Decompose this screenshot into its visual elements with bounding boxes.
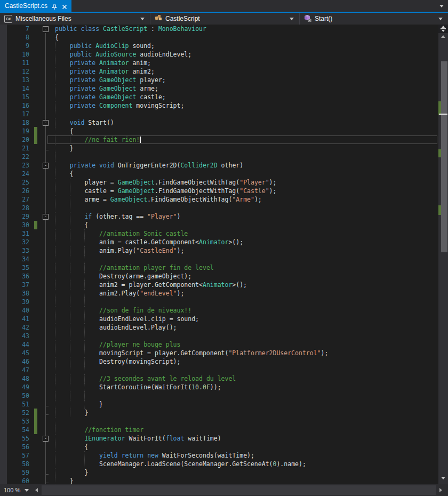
document-tab[interactable]: CastleScript.cs [0,0,71,12]
code-line-32[interactable]: 32 anim = castle.GetComponent<Animator>(… [0,238,438,246]
code-line-29[interactable]: 29- if (other.tag == "Player") [0,212,438,221]
outline-margin-line [45,246,46,255]
vertical-scrollbar[interactable] [438,25,448,484]
outline-margin-line [45,383,46,391]
navigation-bar: C# Miscellaneous Files CastleScript [0,13,448,25]
collapse-region-button[interactable]: - [43,214,49,220]
code-line-43[interactable]: 43 [0,332,438,340]
code-line-22[interactable]: 22 [0,153,438,161]
code-line-54[interactable]: 54 //fonction timer [0,426,438,434]
scroll-down-arrow-icon[interactable] [441,477,445,479]
code-line-35[interactable]: 35 //animation player fin de level [0,263,438,272]
code-line-14[interactable]: 14 private GameObject arme; [0,84,438,93]
code-line-36[interactable]: 36 Destroy(arme.gameObject); [0,272,438,281]
line-number: 17 [7,110,29,118]
code-line-49[interactable]: 49 StartCoroutine(WaitForIt(10.0F)); [0,383,438,391]
code-line-7[interactable]: 7-public class CastleScript : MonoBehavi… [0,25,438,33]
code-line-21[interactable]: 21 } [0,144,438,153]
code-line-59[interactable]: 59 } [0,468,438,477]
code-line-38[interactable]: 38 anim2.Play("endLevel"); [0,289,438,298]
code-line-26[interactable]: 26 castle = GameObject.FindGameObjectWit… [0,187,438,195]
code-line-34[interactable]: 34 [0,255,438,263]
project-dropdown[interactable]: C# Miscellaneous Files [0,13,150,25]
code-line-24[interactable]: 24 { [0,170,438,178]
code-line-46[interactable]: 46 Destroy(movingScript); [0,357,438,366]
indent-guide [55,391,55,400]
window-list-dropdown-icon[interactable] [439,5,444,7]
line-number: 48 [7,374,29,383]
line-number: 31 [7,229,29,238]
code-line-15[interactable]: 15 private GameObject castle; [0,93,438,101]
scroll-up-arrow-icon[interactable] [441,35,445,38]
indent-guide [70,391,70,400]
code-text: private GameObject arme; [55,84,158,93]
outline-margin-line [45,263,46,272]
horizontal-scrollbar[interactable] [42,485,436,495]
code-line-44[interactable]: 44 //player ne bouge plus [0,340,438,349]
code-line-42[interactable]: 42 audioEndLevel.Play(); [0,323,438,332]
code-line-33[interactable]: 33 anim.Play("CastleEnd"); [0,246,438,255]
code-text: Destroy(arme.gameObject); [55,272,191,281]
scroll-left-arrow-icon[interactable] [35,488,38,492]
collapse-region-button[interactable]: - [43,436,49,442]
code-editor-surface[interactable]: 7-public class CastleScript : MonoBehavi… [0,25,438,484]
code-line-53[interactable]: 53 [0,417,438,426]
code-line-27[interactable]: 27 arme = GameObject.FindGameObjectWithT… [0,195,438,204]
code-line-57[interactable]: 57 yield return new WaitForSeconds(waitT… [0,451,438,460]
code-line-23[interactable]: 23- private void OnTriggerEnter2D(Collid… [0,161,438,170]
indent-guide [55,298,55,306]
collapse-region-button[interactable]: - [43,163,49,169]
code-line-37[interactable]: 37 anim2 = player.GetComponent<Animator>… [0,281,438,289]
code-line-52[interactable]: 52 } [0,409,438,417]
outline-margin-line [45,67,46,76]
code-line-48[interactable]: 48 //3 secondes avant le reload du level [0,374,438,383]
code-line-19[interactable]: 19 { [0,127,438,135]
code-line-40[interactable]: 40 //son de fin de niveaux!! [0,306,438,315]
code-line-16[interactable]: 16 private Component movingScript; [0,101,438,110]
code-line-47[interactable]: 47 [0,366,438,374]
line-number: 43 [7,332,29,340]
scroll-right-arrow-icon[interactable] [439,488,442,492]
code-line-11[interactable]: 11 private Animator anim; [0,59,438,67]
csharp-file-icon: C# [4,15,12,23]
member-dropdown[interactable]: Start() [300,13,448,25]
vertical-scrollbar-thumb[interactable] [441,61,447,252]
code-line-50[interactable]: 50 [0,391,438,400]
outline-margin-line [45,443,46,451]
code-editor-window: CastleScript.cs C# Miscellaneous Files [0,0,448,496]
code-line-28[interactable]: 28 [0,204,438,212]
code-line-51[interactable]: 51 } [0,400,438,409]
close-icon[interactable] [61,3,68,9]
outline-end-tick [45,406,49,406]
code-line-56[interactable]: 56 { [0,443,438,451]
indent-guide [55,204,55,212]
code-line-60[interactable]: 60 } [0,477,438,484]
code-line-17[interactable]: 17 [0,110,438,118]
code-line-8[interactable]: 8{ [0,33,438,42]
pin-icon[interactable] [51,3,58,9]
type-dropdown[interactable]: CastleScript [150,13,299,25]
code-line-18[interactable]: 18- void Start() [0,118,438,127]
code-line-10[interactable]: 10 public AudioSource audioEndLevel; [0,50,438,59]
line-number: 57 [7,451,29,460]
collapse-region-button[interactable]: - [43,26,49,32]
code-line-55[interactable]: 55- IEnumerator WaitForIt(float waitTime… [0,434,438,443]
collapse-region-button[interactable]: - [43,120,49,126]
code-text: //3 secondes avant le reload du level [55,374,236,383]
code-line-39[interactable]: 39 [0,298,438,306]
indent-guide [84,391,85,400]
code-line-12[interactable]: 12 private Animator anim2; [0,67,438,76]
code-text: { [55,170,74,178]
code-line-13[interactable]: 13 private GameObject player; [0,76,438,84]
code-line-31[interactable]: 31 //animation Sonic castle [0,229,438,238]
code-line-58[interactable]: 58 SceneManager.LoadScene(SceneManager.G… [0,460,438,468]
code-line-41[interactable]: 41 audioEndLevel.clip = sound; [0,315,438,323]
zoom-level-combo[interactable]: 100 % [0,484,35,496]
code-line-25[interactable]: 25 player = GameObject.FindGameObjectWit… [0,178,438,187]
code-line-45[interactable]: 45 movingScript = player.GetComponent("P… [0,349,438,357]
code-line-9[interactable]: 9 public AudioClip sound; [0,42,438,50]
editor-split-handle[interactable] [438,25,448,33]
line-number: 7 [7,25,29,33]
code-line-30[interactable]: 30 { [0,221,438,229]
code-line-20[interactable]: 20 //ne fait rien! [0,135,438,144]
